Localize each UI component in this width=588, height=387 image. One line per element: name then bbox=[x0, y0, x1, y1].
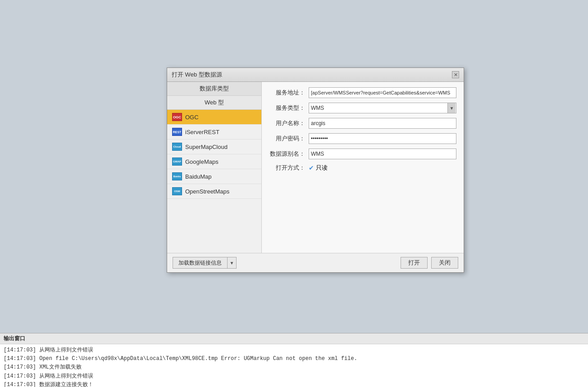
dialog-titlebar: 打开 Web 型数据源 ✕ bbox=[167, 68, 464, 82]
osm-icon: OSM bbox=[172, 187, 182, 196]
nav-label-google: GoogleMaps bbox=[185, 158, 219, 165]
left-panel: 数据库类型 Web 型 OGC OGC REST iServerREST Clo… bbox=[167, 82, 262, 253]
nav-item-supermap[interactable]: Cloud SuperMapCloud bbox=[167, 140, 261, 154]
output-line-4: [14:17:03] 从网络上得到文件错误 bbox=[4, 372, 584, 381]
output-line-3: [14:17:03] XML文件加载失败 bbox=[4, 363, 584, 372]
nav-item-baidu[interactable]: Baidu BaiduMap bbox=[167, 169, 261, 184]
dialog-close-button[interactable]: ✕ bbox=[452, 71, 459, 78]
web-type-header: Web 型 bbox=[167, 96, 261, 110]
readonly-label: 只读 bbox=[316, 164, 328, 172]
output-line-2: [14:17:03] Open file C:\Users\qd98x\AppD… bbox=[4, 355, 584, 363]
nav-label-osm: OpenStreetMaps bbox=[185, 188, 229, 195]
dialog-body: 数据库类型 Web 型 OGC OGC REST iServerREST Clo… bbox=[167, 82, 464, 253]
nav-label-iserver: iServerREST bbox=[185, 129, 219, 135]
username-input[interactable] bbox=[309, 118, 456, 129]
baidu-icon: Baidu bbox=[172, 172, 182, 181]
password-row: 用户密码： bbox=[269, 133, 456, 144]
username-label: 用户名称： bbox=[269, 119, 305, 127]
load-data-link-button[interactable]: 加载数据链接信息 bbox=[173, 257, 228, 269]
nav-label-supermap: SuperMapCloud bbox=[185, 144, 228, 150]
service-type-label: 服务类型： bbox=[269, 104, 305, 112]
footer-right: 打开 关闭 bbox=[401, 257, 458, 269]
nav-label-ogc: OGC bbox=[185, 114, 199, 121]
db-type-header: 数据库类型 bbox=[167, 82, 261, 96]
right-panel: 服务地址： 服务类型： WMS WFS WMTS ▼ 用户名称： bbox=[262, 82, 464, 253]
iserver-icon: REST bbox=[172, 127, 182, 136]
checkbox-checked-icon: ✔ bbox=[309, 164, 314, 171]
nav-item-iserver[interactable]: REST iServerREST bbox=[167, 125, 261, 140]
nav-item-osm[interactable]: OSM OpenStreetMaps bbox=[167, 184, 261, 199]
service-type-select[interactable]: WMS WFS WMTS bbox=[309, 103, 456, 113]
nav-label-baidu: BaiduMap bbox=[185, 173, 212, 180]
readonly-checkbox-row: ✔ 只读 bbox=[309, 164, 328, 172]
datasource-alias-label: 数据源别名： bbox=[269, 150, 305, 158]
service-type-wrapper: WMS WFS WMTS ▼ bbox=[309, 103, 456, 113]
username-row: 用户名称： bbox=[269, 118, 456, 129]
dialog-footer: 加载数据链接信息 ▼ 打开 关闭 bbox=[167, 253, 464, 272]
dialog-title: 打开 Web 型数据源 bbox=[172, 71, 222, 79]
service-type-row: 服务类型： WMS WFS WMTS ▼ bbox=[269, 103, 456, 113]
footer-left: 加载数据链接信息 ▼ bbox=[173, 257, 237, 269]
supermap-icon: Cloud bbox=[172, 142, 182, 151]
output-panel: 输出窗口 [14:17:03] 从网络上得到文件错误 [14:17:03] Op… bbox=[0, 333, 588, 387]
output-line-1: [14:17:03] 从网络上得到文件错误 bbox=[4, 346, 584, 355]
service-url-input[interactable] bbox=[309, 87, 456, 98]
password-label: 用户密码： bbox=[269, 135, 305, 143]
ogc-icon: OGC bbox=[172, 112, 182, 122]
output-title: 输出窗口 bbox=[0, 333, 588, 344]
close-button[interactable]: 关闭 bbox=[431, 257, 458, 269]
load-dropdown-button[interactable]: ▼ bbox=[228, 257, 237, 269]
dialog-open-web-datasource: 打开 Web 型数据源 ✕ 数据库类型 Web 型 OGC OGC REST i… bbox=[167, 68, 464, 273]
output-line-5: [14:17:03] 数据源建立连接失败！ bbox=[4, 381, 584, 387]
open-button[interactable]: 打开 bbox=[401, 257, 428, 269]
nav-item-ogc[interactable]: OGC OGC bbox=[167, 110, 261, 125]
open-method-label: 打开方式： bbox=[269, 164, 305, 172]
nav-item-google[interactable]: GMAP GoogleMaps bbox=[167, 154, 261, 169]
open-method-row: 打开方式： ✔ 只读 bbox=[269, 164, 456, 172]
datasource-alias-input[interactable] bbox=[309, 148, 456, 159]
datasource-alias-row: 数据源别名： bbox=[269, 148, 456, 159]
service-url-label: 服务地址： bbox=[269, 89, 305, 97]
service-url-row: 服务地址： bbox=[269, 87, 456, 98]
google-icon: GMAP bbox=[172, 157, 182, 166]
output-content: [14:17:03] 从网络上得到文件错误 [14:17:03] Open fi… bbox=[0, 344, 588, 387]
password-input[interactable] bbox=[309, 133, 456, 144]
